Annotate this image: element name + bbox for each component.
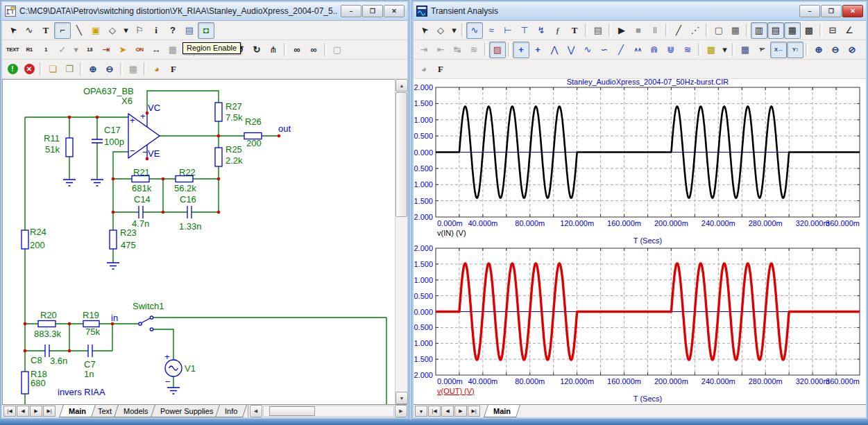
schematic-horizontal-scrollbar[interactable]: ◀ ▶ (248, 405, 407, 417)
zoom-restore-icon[interactable]: ⊘ (844, 42, 860, 58)
line-mode-icon[interactable]: ╲ (71, 22, 87, 39)
last-page-button[interactable]: ▶| (468, 406, 480, 417)
line-points-tool-icon[interactable]: ⋰ (687, 22, 704, 39)
scale-mode-icon[interactable]: ∿ (466, 22, 483, 39)
attribute-text-icon[interactable]: R1 (21, 42, 37, 58)
paste-picture-icon[interactable]: ▤ (181, 22, 198, 39)
y-scale-icon[interactable]: Y↕ (787, 42, 803, 58)
wire-mode-icon[interactable]: ∿ (21, 22, 37, 39)
send-back-icon[interactable]: ❐ (61, 61, 78, 78)
flag-mode-icon[interactable]: ⚐ (131, 22, 148, 39)
bring-front-icon[interactable]: ❏ (44, 61, 61, 78)
format-icon[interactable]: ▩ (703, 42, 720, 58)
region-enable-mode-icon[interactable]: ◘ (198, 22, 214, 39)
run-button[interactable]: ▶ (613, 22, 630, 39)
component-mode-icon[interactable]: ▣ (87, 22, 104, 39)
zoom-out-icon[interactable]: ⊖ (827, 42, 844, 58)
legend-v(IN)[interactable]: v(IN) (V) (437, 229, 466, 237)
tab-power-supplies[interactable]: Power Supplies (151, 405, 223, 417)
cursor-horizontal-icon[interactable]: + (513, 42, 529, 58)
cursor-vertical-icon[interactable]: + (529, 42, 546, 58)
step-icon[interactable]: ↻ (248, 42, 265, 58)
global-high-icon[interactable]: ⋒ (646, 42, 663, 58)
help-mode-icon[interactable]: ? (164, 22, 181, 39)
last-page-button[interactable]: ▶| (43, 406, 56, 417)
first-page-button[interactable]: |◀ (3, 406, 16, 417)
grid-dotted-icon[interactable]: ▩ (801, 22, 817, 39)
color-palette-icon[interactable]: ◕ (148, 61, 165, 78)
minimize-button[interactable]: – (799, 5, 820, 17)
analysis-titlebar[interactable]: Transient Analysis – ❐ ✕ (414, 2, 866, 21)
next-page-button[interactable]: ▶ (30, 406, 42, 417)
prev-page-button[interactable]: ◀ (441, 406, 454, 417)
page-list-button[interactable]: ▼ (415, 406, 427, 417)
schematic-titlebar[interactable]: C:\MC9\DATA\Petrov\switching distortion\… (2, 2, 407, 21)
scroll-right-button[interactable]: ▶ (395, 405, 407, 417)
formula-text-icon[interactable]: ƒ (550, 22, 566, 39)
currents-icon[interactable]: ➤ (114, 42, 131, 58)
scrollbar-thumb[interactable] (395, 92, 407, 217)
grid-region-icon[interactable]: ▦ (727, 22, 744, 39)
tab-main[interactable]: Main (59, 405, 96, 417)
slope-cursor-icon[interactable]: ╱ (613, 42, 629, 58)
tab-main[interactable]: Main (484, 405, 520, 417)
text-mode-icon[interactable]: T (37, 22, 54, 39)
font-button[interactable]: F (165, 61, 182, 78)
pin-connections-icon[interactable]: ↔ (148, 42, 164, 58)
plot-canvas[interactable]: Stanley_AudioXpress_2004-07_50Hz-burst.C… (414, 79, 866, 404)
first-page-button[interactable]: |◀ (428, 406, 441, 417)
horizontal-gridlines-icon[interactable]: ▤ (767, 22, 784, 39)
info-mode-icon[interactable]: i (148, 22, 164, 39)
prev-page-button[interactable]: ◀ (17, 406, 29, 417)
slope-tool-icon[interactable]: ∠ (841, 22, 858, 39)
vertical-gridlines-icon[interactable]: ▥ (751, 22, 767, 39)
properties-icon[interactable]: ▤ (590, 22, 606, 39)
cursor-mode-icon[interactable]: ≈ (483, 22, 500, 39)
zoom-out-icon[interactable]: ⊖ (101, 61, 118, 78)
horizontal-tag-icon[interactable]: ⊢ (500, 22, 516, 39)
legend-v(OUT)[interactable]: v(OUT) (V) (437, 387, 475, 395)
peak-icon[interactable]: ⋀ (546, 42, 563, 58)
close-button[interactable]: ✕ (842, 5, 863, 17)
run-analysis-icon[interactable]: ! (4, 61, 21, 78)
text-flag-button[interactable]: TEXT (4, 42, 21, 58)
x-scale-icon[interactable]: X↔ (770, 42, 787, 58)
scrollbar-track[interactable] (395, 92, 407, 392)
select-region-icon[interactable]: ▢ (710, 22, 727, 39)
mirror-icon[interactable]: ⋔ (265, 42, 282, 58)
restore-button[interactable]: ❐ (821, 5, 842, 17)
text-mode-icon[interactable]: T (566, 22, 583, 39)
font-button[interactable]: F (432, 61, 449, 78)
point-tag-icon[interactable]: ↯ (533, 22, 550, 39)
select-tool-icon[interactable]: ➤ (416, 22, 432, 39)
power-state-icon[interactable]: ON (131, 42, 148, 58)
find-icon[interactable]: ∞ (289, 42, 305, 58)
shape-mode-icon[interactable]: ◇ (104, 22, 121, 39)
shape-dropdown-icon[interactable]: ▾ (449, 22, 459, 39)
scrollbar-track[interactable] (263, 406, 394, 417)
next-page-button[interactable]: ▶ (454, 406, 467, 417)
shape-mode-icon[interactable]: ◇ (432, 22, 449, 39)
low-icon[interactable]: ∽ (596, 42, 613, 58)
single-plot-icon[interactable]: ⊟ (824, 22, 841, 39)
global-low-icon[interactable]: ⋓ (663, 42, 679, 58)
numeric-output-icon[interactable]: ▦ (737, 42, 754, 58)
schematic-vertical-scrollbar[interactable]: ▲ ▼ (395, 79, 407, 404)
line-tool-icon[interactable]: ╱ (670, 22, 687, 39)
valley-icon[interactable]: ⋁ (563, 42, 579, 58)
vertical-tag-icon[interactable]: ⊤ (516, 22, 533, 39)
scroll-up-button[interactable]: ▲ (395, 79, 408, 92)
high-icon[interactable]: ∿ (579, 42, 596, 58)
scroll-down-button[interactable]: ▼ (395, 392, 408, 404)
inflection-icon[interactable]: ∧∧ (629, 42, 646, 58)
format-dropdown-icon[interactable]: ▾ (720, 42, 730, 58)
schematic-canvas[interactable]: OPA637_BB X6 R11 51k C17 100p R27 7.5k R… (2, 79, 395, 404)
scroll-left-button[interactable]: ◀ (250, 405, 262, 417)
tab-info[interactable]: Info (215, 405, 247, 417)
plot-properties-icon[interactable]: ▨ (489, 42, 506, 58)
pin-numbers-icon[interactable]: 13 (81, 42, 98, 58)
node-voltages-icon[interactable]: ⇥ (98, 42, 114, 58)
wire-ortho-mode-icon[interactable]: ⌐ (54, 22, 71, 39)
scrollbar-thumb[interactable] (269, 406, 315, 416)
zoom-in-icon[interactable]: ⊕ (810, 42, 827, 58)
